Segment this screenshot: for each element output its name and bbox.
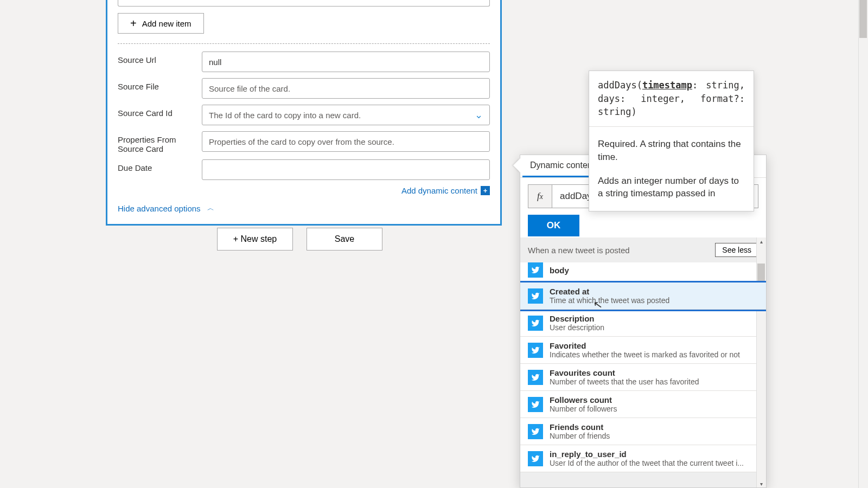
twitter-icon	[528, 262, 543, 278]
see-less-button[interactable]: See less	[715, 243, 758, 257]
due-date-row: Due Date	[107, 159, 500, 186]
add-dynamic-content-icon: +	[481, 186, 490, 195]
dynamic-item-subtitle: Number of followers	[550, 404, 758, 413]
dynamic-content-item[interactable]: Favourites countNumber of tweets that th…	[520, 364, 766, 391]
scroll-up-icon[interactable]: ▴	[757, 237, 765, 245]
twitter-icon	[528, 424, 543, 439]
due-date-input[interactable]	[202, 159, 490, 180]
dynamic-content-item[interactable]: in_reply_to_user_idUser Id of the author…	[520, 445, 766, 472]
dynamic-item-subtitle: Number of tweets that the user has favor…	[550, 377, 758, 386]
page-scrollbar[interactable]	[858, 0, 868, 488]
action-card: + Add new item Source Url null Source Fi…	[106, 0, 502, 226]
add-dynamic-content-link[interactable]: Add dynamic content +	[107, 186, 500, 202]
source-card-id-label: Source Card Id	[118, 105, 202, 118]
dynamic-item-title: Description	[550, 314, 758, 323]
twitter-icon	[528, 370, 543, 385]
tooltip-description: Required. A string that contains the tim…	[589, 127, 754, 211]
props-from-source-placeholder: Properties of the card to copy over from…	[209, 137, 394, 146]
dynamic-content-item[interactable]: DescriptionUser description	[520, 310, 766, 337]
scroll-down-icon[interactable]: ▾	[757, 480, 765, 487]
dynamic-content-item[interactable]: Created atTime at which the tweet was po…	[520, 282, 766, 310]
plus-icon: +	[130, 18, 137, 29]
dynamic-content-group-header: When a new tweet is posted See less	[520, 237, 766, 262]
source-url-row: Source Url null	[107, 52, 500, 78]
dynamic-item-text: Friends countNumber of friends	[550, 422, 758, 440]
dynamic-content-item[interactable]: Followers countNumber of followers	[520, 391, 766, 418]
truncated-input[interactable]	[118, 0, 490, 7]
tooltip-desc-summary: Adds an integer number of days to a stri…	[598, 175, 745, 201]
dynamic-item-text: bodyRepresents a tweet post	[550, 266, 758, 275]
dynamic-item-text: FavoritedIndicates whether the tweet is …	[550, 341, 758, 359]
dynamic-content-item[interactable]: Friends countNumber of friends	[520, 418, 766, 445]
tooltip-signature: addDays(timestamp: string, days: integer…	[589, 71, 754, 127]
source-file-label: Source File	[118, 78, 202, 91]
dynamic-item-title: Friends count	[550, 422, 758, 432]
tooltip-desc-required: Required. A string that contains the tim…	[598, 138, 745, 164]
twitter-icon	[528, 451, 543, 466]
add-new-item-button[interactable]: + Add new item	[118, 13, 204, 34]
source-url-input[interactable]: null	[202, 52, 490, 72]
twitter-icon	[528, 343, 543, 358]
tooltip-sig-prefix: addDays(	[598, 80, 642, 91]
dynamic-item-title: Created at	[550, 287, 758, 296]
source-card-id-select[interactable]: The Id of the card to copy into a new ca…	[202, 105, 490, 125]
dynamic-item-subtitle: User Id of the author of the tweet that …	[550, 459, 758, 467]
dynamic-item-title: Favourites count	[550, 368, 758, 377]
dynamic-item-text: DescriptionUser description	[550, 314, 758, 332]
hide-advanced-options-toggle[interactable]: Hide advanced options ︿	[107, 202, 500, 213]
source-card-id-row: Source Card Id The Id of the card to cop…	[107, 105, 500, 131]
source-url-value: null	[209, 57, 221, 67]
source-url-label: Source Url	[118, 52, 202, 65]
save-button[interactable]: Save	[307, 228, 382, 251]
chevron-up-icon: ︿	[207, 203, 214, 213]
twitter-icon	[528, 316, 543, 331]
callout-arrow	[513, 158, 520, 172]
add-new-item-label: Add new item	[142, 19, 192, 28]
dynamic-item-text: Favourites countNumber of tweets that th…	[550, 368, 758, 386]
function-tooltip: addDays(timestamp: string, days: integer…	[589, 70, 754, 211]
dynamic-item-title: body	[550, 266, 758, 275]
ok-button[interactable]: OK	[528, 215, 579, 236]
separator	[118, 43, 490, 44]
advanced-options-label: Hide advanced options	[118, 204, 201, 213]
source-card-id-placeholder: The Id of the card to copy into a new ca…	[209, 111, 361, 120]
chevron-down-icon: ⌄	[475, 109, 483, 121]
dynamic-item-subtitle: Time at which the tweet was posted	[550, 296, 758, 305]
props-from-source-label: Properties From Source Card	[118, 131, 202, 153]
source-file-row: Source File Source file of the card.	[107, 78, 500, 105]
twitter-icon	[528, 288, 543, 304]
add-dynamic-content-label: Add dynamic content	[401, 186, 477, 195]
props-from-source-input[interactable]: Properties of the card to copy over from…	[202, 131, 490, 152]
dynamic-content-list-container: When a new tweet is posted See less body…	[520, 237, 766, 487]
dynamic-item-text: in_reply_to_user_idUser Id of the author…	[550, 450, 758, 467]
dynamic-content-item[interactable]: FavoritedIndicates whether the tweet is …	[520, 337, 766, 364]
new-step-button[interactable]: + New step	[217, 228, 293, 251]
source-file-placeholder: Source file of the card.	[209, 84, 290, 93]
dynamic-item-subtitle: Indicates whether the tweet is marked as…	[550, 350, 758, 359]
fx-icon: fx	[528, 185, 552, 208]
panel-scrollbar[interactable]: ▴ ▾	[756, 237, 766, 487]
page-scrollbar-thumb[interactable]	[859, 0, 867, 38]
props-from-source-row: Properties From Source Card Properties o…	[107, 131, 500, 159]
flow-footer-buttons: + New step Save	[217, 228, 382, 251]
dynamic-item-title: Favorited	[550, 341, 758, 350]
due-date-label: Due Date	[118, 159, 202, 172]
dynamic-content-item[interactable]: bodyRepresents a tweet post	[520, 262, 766, 282]
dynamic-item-text: Followers countNumber of followers	[550, 395, 758, 413]
dynamic-item-subtitle: User description	[550, 323, 758, 332]
dynamic-item-text: Created atTime at which the tweet was po…	[550, 287, 758, 305]
dynamic-item-title: in_reply_to_user_id	[550, 450, 758, 459]
dynamic-item-subtitle: Number of friends	[550, 432, 758, 440]
source-file-input[interactable]: Source file of the card.	[202, 78, 490, 99]
twitter-icon	[528, 397, 543, 412]
dynamic-item-title: Followers count	[550, 395, 758, 404]
group-header-label: When a new tweet is posted	[528, 246, 630, 255]
tooltip-sig-param: timestamp	[642, 80, 692, 91]
dynamic-content-items: bodyRepresents a tweet postCreated atTim…	[520, 262, 766, 472]
